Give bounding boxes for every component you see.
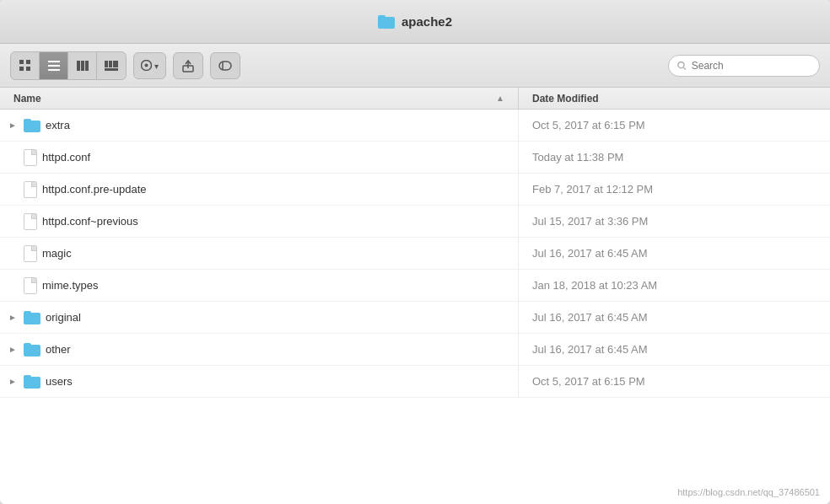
share-button[interactable] <box>173 52 203 79</box>
row-date-col: Today at 11:38 PM <box>519 142 830 173</box>
svg-line-22 <box>684 67 686 69</box>
list-item[interactable]: httpd.confToday at 11:38 PM <box>0 142 830 174</box>
action-dropdown[interactable] <box>133 52 166 79</box>
file-icon <box>24 245 37 262</box>
row-name-col: magic <box>0 238 519 269</box>
finder-window: apache2 <box>0 0 830 504</box>
file-name: users <box>46 375 73 388</box>
file-name: magic <box>42 247 72 260</box>
view-icon-button[interactable] <box>11 52 40 79</box>
file-list: Name ▲ Date Modified ►extraOct 5, 2017 a… <box>0 88 830 504</box>
view-mode-group <box>10 51 127 80</box>
svg-rect-14 <box>105 68 118 71</box>
row-date-col: Feb 7, 2017 at 12:12 PM <box>519 174 830 205</box>
list-item[interactable]: ►extraOct 5, 2017 at 6:15 PM <box>0 110 830 142</box>
svg-rect-12 <box>113 61 116 67</box>
row-date-col: Jan 18, 2018 at 10:23 AM <box>519 270 830 301</box>
svg-rect-2 <box>19 67 24 71</box>
search-input[interactable] <box>692 60 811 72</box>
file-name: httpd.conf <box>42 151 90 164</box>
svg-rect-3 <box>26 67 30 71</box>
file-name: other <box>46 343 71 356</box>
view-list-button[interactable] <box>40 52 68 79</box>
date-column-header[interactable]: Date Modified <box>519 88 830 109</box>
file-name: mime.types <box>42 279 98 292</box>
list-item[interactable]: httpd.conf.pre-updateFeb 7, 2017 at 12:1… <box>0 174 830 206</box>
watermark: https://blog.csdn.net/qq_37486501 <box>677 487 820 497</box>
svg-point-21 <box>678 62 684 67</box>
row-date-col: Jul 16, 2017 at 6:45 AM <box>519 302 830 333</box>
row-name-col: ►extra <box>0 110 519 141</box>
svg-rect-5 <box>48 65 60 67</box>
window-title: apache2 <box>402 14 452 29</box>
titlebar: apache2 <box>0 0 830 44</box>
folder-icon <box>24 119 40 132</box>
svg-point-16 <box>145 64 148 67</box>
svg-rect-13 <box>116 61 118 67</box>
search-box[interactable] <box>668 55 820 77</box>
file-name: httpd.conf~previous <box>42 215 138 228</box>
svg-rect-1 <box>26 60 30 64</box>
row-name-col: ►other <box>0 334 519 365</box>
view-column-button[interactable] <box>68 52 97 79</box>
file-name: original <box>46 311 81 324</box>
svg-rect-7 <box>77 61 80 71</box>
svg-rect-6 <box>48 69 60 71</box>
row-name-col: ►original <box>0 302 519 333</box>
svg-rect-4 <box>48 61 60 62</box>
row-date-col: Jul 16, 2017 at 6:45 AM <box>519 238 830 269</box>
row-name-col: httpd.conf.pre-update <box>0 174 519 205</box>
row-name-col: mime.types <box>0 270 519 301</box>
search-icon <box>677 61 687 71</box>
folder-icon <box>24 311 40 324</box>
list-item[interactable]: ►originalJul 16, 2017 at 6:45 AM <box>0 302 830 334</box>
folder-icon <box>24 343 40 357</box>
row-date-col: Jul 15, 2017 at 3:36 PM <box>519 206 830 237</box>
list-item[interactable]: ►usersOct 5, 2017 at 6:15 PM <box>0 366 830 398</box>
list-item[interactable]: mime.typesJan 18, 2018 at 10:23 AM <box>0 270 830 302</box>
titlebar-title: apache2 <box>378 14 452 29</box>
svg-rect-10 <box>105 61 108 67</box>
list-item[interactable]: ►otherJul 16, 2017 at 6:45 AM <box>0 334 830 366</box>
action-chevron <box>154 59 159 72</box>
list-item[interactable]: httpd.conf~previousJul 15, 2017 at 3:36 … <box>0 206 830 238</box>
title-folder-icon <box>378 15 395 29</box>
list-header: Name ▲ Date Modified <box>0 88 830 110</box>
row-name-col: httpd.conf~previous <box>0 206 519 237</box>
expand-arrow[interactable]: ► <box>7 120 19 131</box>
file-icon <box>24 181 37 198</box>
row-date-col: Jul 16, 2017 at 6:45 AM <box>519 334 830 365</box>
folder-icon <box>24 375 40 389</box>
name-column-header[interactable]: Name ▲ <box>0 88 519 109</box>
expand-arrow[interactable]: ► <box>7 376 19 388</box>
row-date-col: Oct 5, 2017 at 6:15 PM <box>519 110 830 141</box>
svg-rect-11 <box>109 61 112 67</box>
expand-arrow[interactable]: ► <box>7 344 19 356</box>
expand-arrow[interactable]: ► <box>7 312 19 324</box>
row-name-col: httpd.conf <box>0 142 519 173</box>
svg-rect-19 <box>219 62 231 70</box>
file-name: httpd.conf.pre-update <box>42 183 147 196</box>
file-icon <box>24 277 37 294</box>
sort-arrow: ▲ <box>496 94 504 103</box>
svg-rect-8 <box>81 61 84 71</box>
row-name-col: ►users <box>0 366 519 397</box>
view-gallery-button[interactable] <box>97 52 126 79</box>
rows-container: ►extraOct 5, 2017 at 6:15 PMhttpd.confTo… <box>0 110 830 398</box>
list-item[interactable]: magicJul 16, 2017 at 6:45 AM <box>0 238 830 270</box>
svg-rect-9 <box>85 61 89 71</box>
file-icon <box>24 149 37 166</box>
row-date-col: Oct 5, 2017 at 6:15 PM <box>519 366 830 397</box>
file-icon <box>24 213 37 230</box>
file-name: extra <box>46 119 70 131</box>
toolbar <box>0 44 830 88</box>
tag-button[interactable] <box>210 52 240 79</box>
svg-rect-0 <box>19 60 24 64</box>
